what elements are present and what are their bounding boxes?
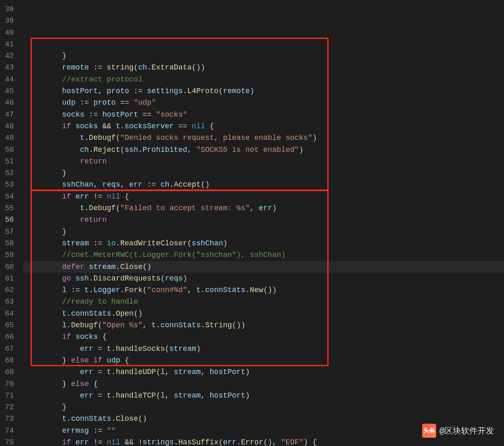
code-line[interactable]: } — [23, 167, 504, 179]
token-op — [67, 380, 71, 388]
code-line[interactable]: } — [23, 401, 504, 413]
token-fn: Error — [241, 438, 263, 446]
token-var: connStats — [205, 286, 245, 294]
code-line[interactable]: return — [23, 214, 504, 225]
token-var: reqs — [165, 274, 183, 283]
token-punct: . — [236, 438, 241, 446]
line-number: 41 — [5, 38, 14, 50]
line-number: 59 — [5, 249, 14, 261]
token-punct: } — [62, 356, 67, 364]
line-number: 70 — [5, 378, 14, 390]
code-line[interactable]: ch.Reject(ssh.Prohibited, "SOCKS5 is not… — [23, 144, 504, 156]
token-kw: if — [62, 122, 71, 130]
token-kw: defer — [62, 263, 84, 271]
token-kw: if — [62, 333, 71, 341]
code-line[interactable]: t.connStats.Open() — [23, 308, 504, 319]
token-punct: ( — [156, 368, 161, 376]
token-punct: () — [201, 180, 210, 189]
token-op: := — [67, 286, 84, 294]
code-line[interactable]: defer stream.Close() — [23, 261, 504, 273]
code-line[interactable]: remote := string(ch.ExtraData()) — [23, 62, 504, 73]
line-number: 45 — [5, 85, 14, 97]
code-line[interactable]: } — [23, 50, 504, 62]
line-number: 49 — [5, 132, 14, 144]
token-str: "SOCKS5 is not enabled" — [196, 146, 299, 154]
line-number: 68 — [5, 355, 14, 366]
token-punct: ( — [156, 391, 161, 400]
token-var: ch — [138, 63, 147, 72]
line-number-gutter: 3839404142434445464748495051525354555657… — [0, 0, 22, 446]
token-str: "socks" — [156, 110, 187, 119]
token-punct: ( — [218, 438, 223, 446]
token-punct: , — [201, 368, 210, 376]
code-line[interactable]: return — [23, 156, 504, 167]
code-line[interactable]: err = t.handleSocks(stream) — [23, 343, 504, 355]
token-punct: . — [89, 146, 94, 154]
code-line[interactable]: go ssh.DiscardRequests(reqs) — [23, 273, 504, 284]
code-line[interactable]: err = t.handleUDP(l, stream, hostPort) — [23, 366, 504, 378]
watermark: 头条 @区块软件开发 — [422, 424, 494, 438]
token-var: l — [62, 286, 67, 294]
token-kw: if — [62, 192, 71, 201]
token-var: proto — [107, 87, 129, 95]
code-line[interactable]: //ready to handle — [23, 296, 504, 307]
token-punct: . — [89, 286, 94, 294]
code-area[interactable]: } remote := string(ch.ExtraData()) //ext… — [22, 0, 504, 446]
code-line[interactable]: l.Debugf("Open %s", t.connStats.String()… — [23, 319, 504, 331]
token-punct: . — [111, 415, 116, 423]
token-var: remote — [62, 63, 89, 72]
line-number: 52 — [5, 167, 14, 179]
code-line[interactable]: udp := proto == "udp" — [23, 97, 504, 108]
token-punct: . — [201, 321, 205, 329]
code-line[interactable]: } — [23, 226, 504, 237]
code-line[interactable]: stream := io.ReadWriteCloser(sshChan) — [23, 237, 504, 249]
code-line[interactable]: t.Debugf("Denied socks request, please e… — [23, 132, 504, 144]
token-str: "udp" — [134, 98, 156, 107]
token-punct: } — [62, 403, 67, 411]
token-var: hostPort — [102, 110, 138, 119]
code-line[interactable]: t.Debugf("Failed to accept stream: %s", … — [23, 202, 504, 214]
token-op — [67, 356, 71, 364]
code-line[interactable]: if socks && t.socksServer == nil { — [23, 120, 504, 132]
code-line[interactable]: if socks { — [23, 331, 504, 343]
token-punct: ( — [165, 345, 170, 353]
token-kw: else — [71, 356, 89, 364]
token-punct: } — [62, 52, 67, 60]
token-var: settings — [147, 87, 182, 95]
code-line[interactable]: //extract protocol — [23, 74, 504, 85]
line-number: 43 — [5, 62, 14, 73]
line-number: 72 — [5, 401, 14, 413]
token-kw: go — [62, 274, 71, 283]
token-fn: DiscardRequests — [94, 274, 161, 283]
token-var: t — [62, 415, 67, 423]
code-line[interactable]: //cnet.MeterRWC(t.Logger.Fork("sshchan")… — [23, 249, 504, 261]
token-punct: , — [98, 87, 107, 95]
token-op: && — [98, 122, 115, 130]
token-op: == — [138, 110, 156, 119]
code-line[interactable]: socks := hostPort == "socks" — [23, 109, 504, 120]
token-var: err — [75, 192, 89, 201]
token-fn: Open — [116, 309, 134, 318]
line-number: 61 — [5, 273, 14, 284]
code-line[interactable]: } else { — [23, 378, 504, 390]
code-line[interactable]: } else if udp { — [23, 355, 504, 366]
token-punct: { — [89, 380, 98, 388]
token-punct: . — [116, 239, 120, 247]
code-line[interactable]: if err != nil && !strings.HasSuffix(err.… — [23, 436, 504, 446]
token-var: err — [129, 180, 142, 189]
code-line[interactable]: hostPort, proto := settings.L4Proto(remo… — [23, 85, 504, 97]
code-line[interactable]: if err != nil { — [23, 191, 504, 202]
token-op: := — [89, 63, 107, 72]
token-op: = — [94, 345, 107, 353]
code-line[interactable]: sshChan, reqs, err := ch.Accept() — [23, 179, 504, 190]
code-line[interactable]: t.connStats.Close() — [23, 413, 504, 424]
code-line[interactable]: l := t.Logger.Fork("conn#%d", t.connStat… — [23, 284, 504, 296]
token-op — [102, 356, 107, 364]
code-line[interactable]: err = t.handleTCP(l, stream, hostPort) — [23, 390, 504, 401]
token-punct: . — [116, 263, 120, 271]
token-str: "EOF" — [281, 438, 303, 446]
code-editor[interactable]: 3839404142434445464748495051525354555657… — [0, 0, 504, 446]
token-var: t — [151, 321, 156, 329]
token-var: errmsg — [62, 427, 89, 435]
token-var: t — [107, 345, 111, 353]
